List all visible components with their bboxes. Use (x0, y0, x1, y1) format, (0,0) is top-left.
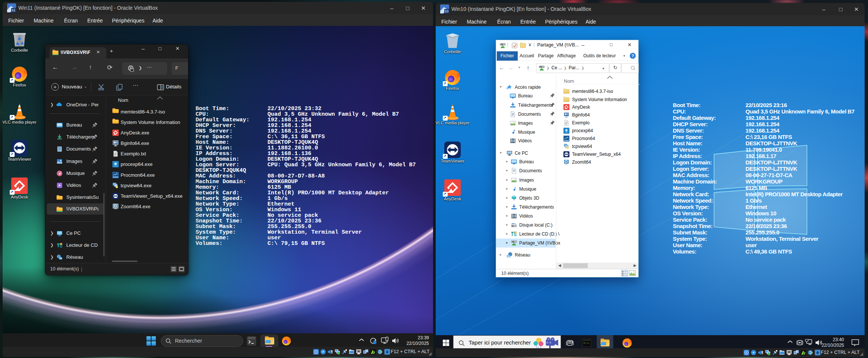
svg-text:C:\>_: C:\>_ (584, 342, 590, 345)
svg-text:10: 10 (445, 9, 448, 13)
svg-text:11: 11 (12, 8, 15, 12)
